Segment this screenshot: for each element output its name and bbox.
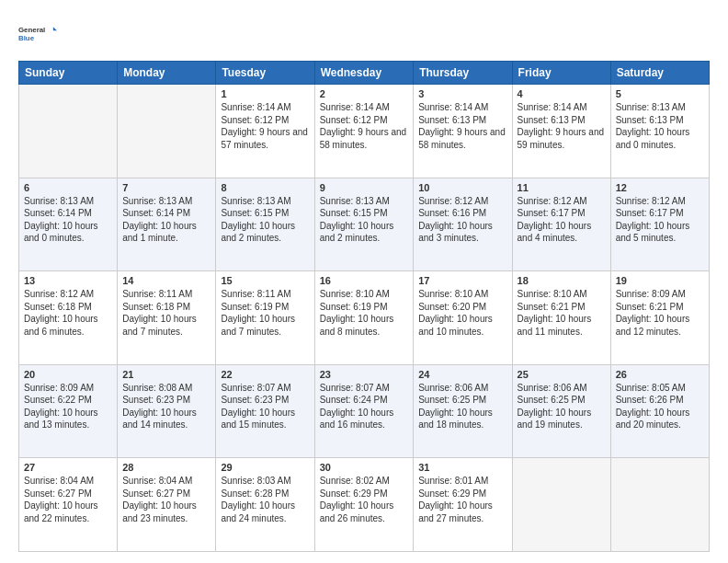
calendar-cell: 12Sunrise: 8:12 AMSunset: 6:17 PMDayligh… (610, 178, 709, 271)
day-number: 20 (24, 369, 112, 380)
calendar-cell: 19Sunrise: 8:09 AMSunset: 6:21 PMDayligh… (610, 271, 709, 365)
day-number: 24 (418, 369, 506, 380)
day-number: 29 (221, 462, 309, 473)
svg-text:General: General (18, 26, 45, 34)
calendar-cell: 9Sunrise: 8:13 AMSunset: 6:15 PMDaylight… (314, 178, 414, 271)
header-friday: Friday (512, 62, 610, 85)
week-row-3: 13Sunrise: 8:12 AMSunset: 6:18 PMDayligh… (19, 271, 710, 365)
day-number: 26 (616, 369, 704, 380)
day-info: Sunrise: 8:13 AMSunset: 6:13 PMDaylight:… (616, 101, 704, 151)
day-number: 30 (320, 462, 409, 473)
day-number: 14 (122, 275, 210, 286)
day-number: 28 (122, 462, 210, 473)
calendar-cell: 5Sunrise: 8:13 AMSunset: 6:13 PMDaylight… (610, 85, 709, 178)
day-info: Sunrise: 8:11 AMSunset: 6:19 PMDaylight:… (221, 288, 309, 338)
day-number: 19 (616, 275, 704, 286)
calendar-cell: 18Sunrise: 8:10 AMSunset: 6:21 PMDayligh… (512, 271, 610, 365)
svg-text:Blue: Blue (18, 34, 35, 42)
calendar-cell: 23Sunrise: 8:07 AMSunset: 6:24 PMDayligh… (314, 364, 414, 458)
day-info: Sunrise: 8:01 AMSunset: 6:29 PMDaylight:… (418, 475, 506, 524)
calendar-cell: 30Sunrise: 8:02 AMSunset: 6:29 PMDayligh… (314, 458, 414, 552)
calendar-cell: 14Sunrise: 8:11 AMSunset: 6:18 PMDayligh… (118, 271, 216, 365)
header-thursday: Thursday (414, 62, 512, 85)
day-number: 12 (616, 182, 704, 193)
day-number: 3 (418, 88, 506, 99)
day-number: 27 (24, 462, 112, 473)
calendar-cell: 2Sunrise: 8:14 AMSunset: 6:12 PMDaylight… (314, 85, 414, 178)
day-info: Sunrise: 8:05 AMSunset: 6:26 PMDaylight:… (616, 382, 704, 431)
day-info: Sunrise: 8:14 AMSunset: 6:13 PMDaylight:… (518, 101, 606, 151)
calendar-cell: 29Sunrise: 8:03 AMSunset: 6:28 PMDayligh… (216, 458, 314, 552)
day-number: 7 (122, 182, 210, 193)
day-info: Sunrise: 8:13 AMSunset: 6:15 PMDaylight:… (320, 195, 409, 245)
day-number: 23 (320, 369, 409, 380)
calendar-cell (118, 85, 216, 178)
day-info: Sunrise: 8:08 AMSunset: 6:23 PMDaylight:… (122, 382, 210, 431)
week-row-4: 20Sunrise: 8:09 AMSunset: 6:22 PMDayligh… (19, 364, 710, 458)
header: General Blue (18, 17, 710, 52)
day-info: Sunrise: 8:12 AMSunset: 6:18 PMDaylight:… (24, 288, 112, 338)
day-info: Sunrise: 8:12 AMSunset: 6:17 PMDaylight:… (518, 195, 606, 245)
header-tuesday: Tuesday (216, 62, 314, 85)
day-number: 11 (518, 182, 606, 193)
day-number: 2 (320, 88, 409, 99)
calendar-cell: 6Sunrise: 8:13 AMSunset: 6:14 PMDaylight… (19, 178, 118, 271)
calendar-cell: 11Sunrise: 8:12 AMSunset: 6:17 PMDayligh… (512, 178, 610, 271)
day-info: Sunrise: 8:12 AMSunset: 6:17 PMDaylight:… (616, 195, 704, 245)
day-info: Sunrise: 8:07 AMSunset: 6:24 PMDaylight:… (320, 382, 409, 431)
day-info: Sunrise: 8:03 AMSunset: 6:28 PMDaylight:… (221, 475, 309, 524)
day-info: Sunrise: 8:10 AMSunset: 6:20 PMDaylight:… (418, 288, 506, 338)
day-number: 18 (518, 275, 606, 286)
day-number: 25 (518, 369, 606, 380)
calendar-cell: 27Sunrise: 8:04 AMSunset: 6:27 PMDayligh… (19, 458, 118, 552)
calendar-cell: 16Sunrise: 8:10 AMSunset: 6:19 PMDayligh… (314, 271, 414, 365)
day-info: Sunrise: 8:06 AMSunset: 6:25 PMDaylight:… (518, 382, 606, 431)
week-row-1: 1Sunrise: 8:14 AMSunset: 6:12 PMDaylight… (19, 85, 710, 178)
day-number: 5 (616, 88, 704, 99)
day-info: Sunrise: 8:14 AMSunset: 6:12 PMDaylight:… (320, 101, 409, 151)
day-info: Sunrise: 8:14 AMSunset: 6:13 PMDaylight:… (418, 101, 506, 151)
logo: General Blue (18, 17, 57, 52)
day-info: Sunrise: 8:13 AMSunset: 6:15 PMDaylight:… (221, 195, 309, 245)
header-sunday: Sunday (19, 62, 118, 85)
calendar-cell: 21Sunrise: 8:08 AMSunset: 6:23 PMDayligh… (118, 364, 216, 458)
calendar-cell: 1Sunrise: 8:14 AMSunset: 6:12 PMDaylight… (216, 85, 314, 178)
calendar-cell: 20Sunrise: 8:09 AMSunset: 6:22 PMDayligh… (19, 364, 118, 458)
day-info: Sunrise: 8:02 AMSunset: 6:29 PMDaylight:… (320, 475, 409, 524)
day-info: Sunrise: 8:04 AMSunset: 6:27 PMDaylight:… (122, 475, 210, 524)
day-number: 1 (221, 88, 309, 99)
day-info: Sunrise: 8:11 AMSunset: 6:18 PMDaylight:… (122, 288, 210, 338)
calendar-cell: 10Sunrise: 8:12 AMSunset: 6:16 PMDayligh… (414, 178, 512, 271)
calendar-cell: 7Sunrise: 8:13 AMSunset: 6:14 PMDaylight… (118, 178, 216, 271)
header-saturday: Saturday (610, 62, 709, 85)
day-number: 6 (24, 182, 112, 193)
svg-marker-2 (53, 27, 57, 30)
header-monday: Monday (118, 62, 216, 85)
day-number: 10 (418, 182, 506, 193)
calendar-cell: 31Sunrise: 8:01 AMSunset: 6:29 PMDayligh… (414, 458, 512, 552)
day-info: Sunrise: 8:12 AMSunset: 6:16 PMDaylight:… (418, 195, 506, 245)
calendar-cell: 26Sunrise: 8:05 AMSunset: 6:26 PMDayligh… (610, 364, 709, 458)
calendar-cell: 13Sunrise: 8:12 AMSunset: 6:18 PMDayligh… (19, 271, 118, 365)
calendar-cell: 15Sunrise: 8:11 AMSunset: 6:19 PMDayligh… (216, 271, 314, 365)
day-number: 16 (320, 275, 409, 286)
calendar-cell (610, 458, 709, 552)
calendar-cell: 28Sunrise: 8:04 AMSunset: 6:27 PMDayligh… (118, 458, 216, 552)
calendar-cell: 24Sunrise: 8:06 AMSunset: 6:25 PMDayligh… (414, 364, 512, 458)
calendar-cell: 17Sunrise: 8:10 AMSunset: 6:20 PMDayligh… (414, 271, 512, 365)
calendar: SundayMondayTuesdayWednesdayThursdayFrid… (18, 61, 710, 552)
day-info: Sunrise: 8:10 AMSunset: 6:19 PMDaylight:… (320, 288, 409, 338)
day-info: Sunrise: 8:09 AMSunset: 6:22 PMDaylight:… (24, 382, 112, 431)
calendar-cell (512, 458, 610, 552)
calendar-cell: 4Sunrise: 8:14 AMSunset: 6:13 PMDaylight… (512, 85, 610, 178)
logo-svg: General Blue (18, 17, 57, 52)
calendar-cell: 8Sunrise: 8:13 AMSunset: 6:15 PMDaylight… (216, 178, 314, 271)
day-number: 8 (221, 182, 309, 193)
day-number: 17 (418, 275, 506, 286)
day-info: Sunrise: 8:09 AMSunset: 6:21 PMDaylight:… (616, 288, 704, 338)
day-number: 15 (221, 275, 309, 286)
calendar-cell (19, 85, 118, 178)
day-info: Sunrise: 8:10 AMSunset: 6:21 PMDaylight:… (518, 288, 606, 338)
header-wednesday: Wednesday (314, 62, 414, 85)
day-number: 22 (221, 369, 309, 380)
